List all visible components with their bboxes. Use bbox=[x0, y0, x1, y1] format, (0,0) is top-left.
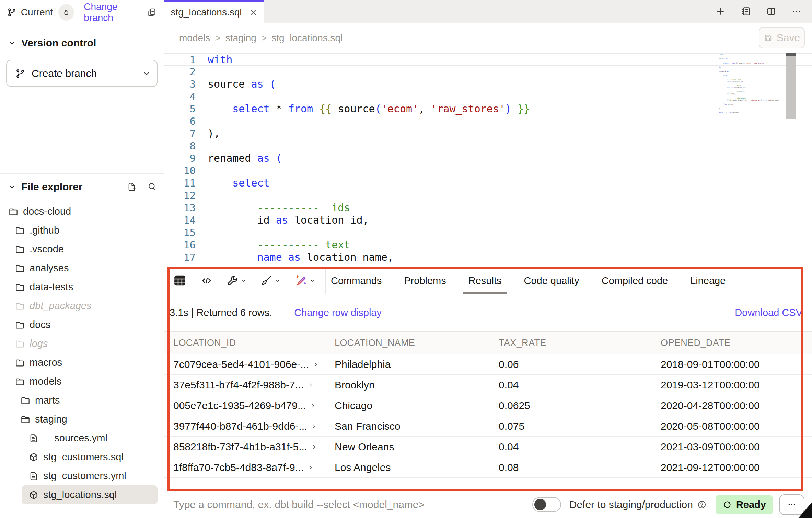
close-icon[interactable] bbox=[249, 8, 258, 17]
code-editor[interactable]: 1with23source as (45 select * from {{ so… bbox=[164, 53, 812, 267]
results-column-header-opened-date[interactable]: OPENED_DATE bbox=[651, 338, 812, 348]
code-line-11[interactable]: 11 select bbox=[164, 177, 812, 189]
results-column-header-location-id[interactable]: LOCATION_ID bbox=[164, 338, 325, 348]
build-menu-button[interactable] bbox=[227, 275, 247, 286]
question-icon[interactable] bbox=[697, 500, 707, 509]
panel-tab-lineage[interactable]: Lineage bbox=[685, 267, 731, 294]
file-tree-item-label: analyses bbox=[30, 262, 69, 274]
code-line-15[interactable]: 15 bbox=[164, 226, 812, 239]
file-tree-item-sources-yml[interactable]: __sources.yml bbox=[28, 429, 164, 448]
file-tree-item-logs[interactable]: logs bbox=[15, 334, 164, 353]
ai-assist-menu-button[interactable] bbox=[294, 274, 315, 287]
command-input[interactable] bbox=[173, 499, 532, 510]
file-explorer-section: File explorer docs-cloud.github.vscodean… bbox=[0, 174, 164, 518]
sql-preview-button[interactable] bbox=[200, 274, 213, 287]
results-info-bar: 3.1s | Returned 6 rows. Change row displ… bbox=[164, 294, 812, 331]
search-icon[interactable] bbox=[147, 182, 157, 191]
editor-tab-stg-locations[interactable]: stg_locations.sql bbox=[164, 0, 264, 23]
breadcrumb-item-stg-locations-sql[interactable]: stg_locations.sql bbox=[271, 33, 343, 44]
split-view-icon[interactable] bbox=[766, 6, 776, 16]
scrollbar-thumb[interactable] bbox=[786, 53, 796, 119]
row-expander-icon[interactable] bbox=[312, 361, 319, 368]
cell-location-name: New Orleans bbox=[325, 441, 489, 453]
version-control-header[interactable]: Version control bbox=[6, 35, 158, 50]
table-row[interactable]: 858218fb-73f7-4b1b-a31f-5...New Orleans0… bbox=[164, 437, 812, 457]
row-expander-icon[interactable] bbox=[311, 423, 317, 430]
table-row[interactable]: 1f8ffa70-7cb5-4d83-8a7f-9...Los Angeles0… bbox=[164, 457, 812, 478]
file-explorer-header[interactable]: File explorer bbox=[0, 174, 164, 194]
code-line-17[interactable]: 17 name as location_name, bbox=[164, 251, 812, 263]
new-file-icon[interactable] bbox=[127, 182, 137, 192]
cell-location-id: 005e7e1c-1935-4269-b479... bbox=[164, 400, 325, 412]
file-tree-item-stg-customers-sql[interactable]: stg_customers.sql bbox=[28, 448, 164, 466]
file-tree-item-github[interactable]: .github bbox=[15, 221, 164, 240]
code-line-16[interactable]: 16 ---------- text bbox=[164, 239, 812, 251]
code-line-content: id as location_id, bbox=[208, 214, 369, 226]
copy-icon[interactable] bbox=[147, 7, 157, 18]
cell-location-id: 3977f440-b87d-461b-9dd6-... bbox=[164, 420, 325, 432]
row-expander-icon[interactable] bbox=[307, 464, 314, 471]
code-line-5[interactable]: 5 select * from {{ source('ecom', 'raw_s… bbox=[164, 103, 812, 115]
panel-tab-code-quality[interactable]: Code quality bbox=[518, 267, 584, 294]
code-line-13[interactable]: 13 ---------- ids bbox=[164, 202, 812, 214]
file-tree-item-stg-locations-sql[interactable]: stg_locations.sql bbox=[22, 485, 158, 504]
ellipsis-icon[interactable] bbox=[791, 6, 802, 16]
location-id-value: 005e7e1c-1935-4269-b479... bbox=[173, 400, 306, 412]
code-line-8[interactable]: 8 bbox=[164, 140, 812, 152]
change-row-display-link[interactable]: Change row display bbox=[294, 307, 382, 318]
table-view-button[interactable] bbox=[173, 274, 187, 288]
code-line-10[interactable]: 10 bbox=[164, 165, 812, 177]
file-tree-item-analyses[interactable]: analyses bbox=[15, 259, 164, 278]
row-expander-icon[interactable] bbox=[310, 402, 316, 409]
code-line-1[interactable]: 1with bbox=[164, 53, 812, 66]
file-tree-item-docs-cloud[interactable]: docs-cloud bbox=[8, 202, 164, 221]
create-branch-dropdown[interactable] bbox=[136, 60, 157, 86]
file-tree-item-stg-customers-yml[interactable]: stg_customers.yml bbox=[28, 466, 164, 485]
code-line-2[interactable]: 2 bbox=[164, 66, 812, 78]
code-line-6[interactable]: 6 bbox=[164, 115, 812, 127]
broom-icon bbox=[260, 275, 272, 286]
row-expander-icon[interactable] bbox=[307, 382, 314, 388]
file-tree-item-marts[interactable]: marts bbox=[20, 391, 164, 410]
format-menu-button[interactable] bbox=[260, 275, 281, 286]
more-options-button[interactable] bbox=[779, 494, 804, 515]
panel-tab-problems[interactable]: Problems bbox=[398, 267, 452, 294]
file-tree-item-dbt-packages[interactable]: dbt_packages bbox=[15, 296, 164, 315]
file-tree-item-staging[interactable]: staging bbox=[20, 410, 164, 429]
panel-tab-commands[interactable]: Commands bbox=[325, 267, 387, 294]
breadcrumb-item-models[interactable]: models bbox=[179, 33, 210, 44]
file-tree-item-vscode[interactable]: .vscode bbox=[15, 240, 164, 259]
code-line-9[interactable]: 9renamed as ( bbox=[164, 152, 812, 165]
file-tree-item-macros[interactable]: macros bbox=[15, 353, 164, 372]
plus-icon[interactable] bbox=[715, 6, 726, 16]
results-column-header-tax-rate[interactable]: TAX_RATE bbox=[489, 338, 651, 348]
table-row[interactable]: 7c079cea-5ed4-4101-906e-...Philadelphia0… bbox=[164, 354, 812, 375]
file-tree-item-data-tests[interactable]: data-tests bbox=[15, 278, 164, 296]
table-row[interactable]: 005e7e1c-1935-4269-b479...Chicago0.06252… bbox=[164, 395, 812, 416]
location-id-value: 37e5f311-b7f4-4f2f-988b-7... bbox=[173, 379, 304, 391]
save-button[interactable]: Save bbox=[759, 27, 805, 48]
download-csv-link[interactable]: Download CSV bbox=[735, 307, 802, 318]
create-branch-button[interactable]: Create branch bbox=[7, 60, 136, 86]
code-line-4[interactable]: 4 bbox=[164, 90, 812, 103]
code-line-7[interactable]: 7), bbox=[164, 127, 812, 140]
file-tree-item-docs[interactable]: docs bbox=[15, 315, 164, 334]
notebook-icon[interactable] bbox=[741, 6, 751, 16]
code-line-14[interactable]: 14 id as location_id, bbox=[164, 214, 812, 226]
row-expander-icon[interactable] bbox=[311, 443, 317, 450]
table-row[interactable]: 3977f440-b87d-461b-9dd6-...San Francisco… bbox=[164, 416, 812, 437]
folder-open-icon bbox=[15, 376, 25, 387]
results-column-header-location-name[interactable]: LOCATION_NAME bbox=[325, 338, 489, 348]
minimap[interactable]: with source as ( select * from {{ source… bbox=[719, 54, 784, 123]
panel-tab-compiled-code[interactable]: Compiled code bbox=[596, 267, 673, 294]
breadcrumb-item-staging[interactable]: staging bbox=[225, 33, 256, 44]
editor-scrollbar[interactable] bbox=[786, 53, 796, 267]
main-area: stg_locations.sql models>staging>stg_loc… bbox=[164, 0, 812, 518]
change-branch-link[interactable]: Change branch bbox=[84, 1, 147, 23]
defer-toggle[interactable] bbox=[532, 497, 561, 512]
code-line-12[interactable]: 12 bbox=[164, 189, 812, 202]
file-tree-item-models[interactable]: models bbox=[15, 372, 164, 391]
code-line-3[interactable]: 3source as ( bbox=[164, 78, 812, 90]
table-row[interactable]: 37e5f311-b7f4-4f2f-988b-7...Brooklyn0.04… bbox=[164, 375, 812, 395]
panel-tab-results[interactable]: Results bbox=[463, 267, 507, 294]
